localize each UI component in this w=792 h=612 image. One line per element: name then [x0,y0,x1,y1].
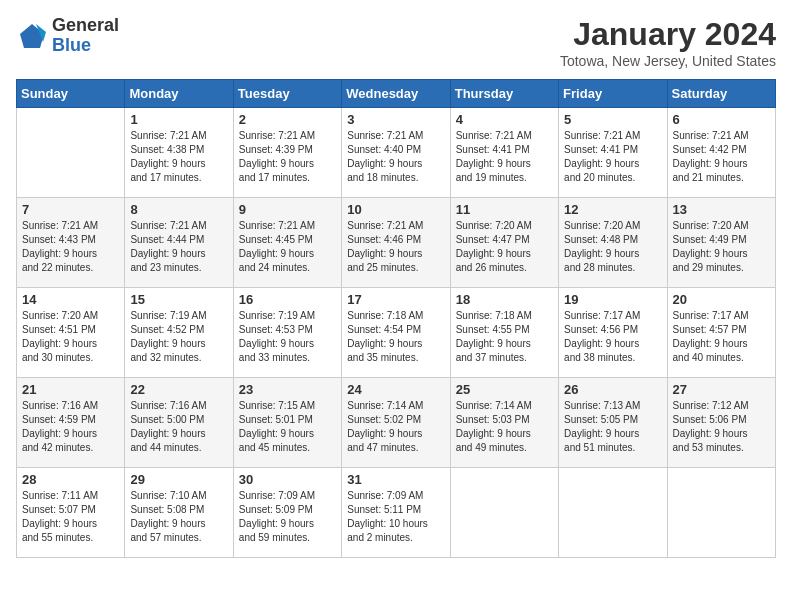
calendar-day-cell: 21Sunrise: 7:16 AM Sunset: 4:59 PM Dayli… [17,378,125,468]
calendar-day-cell: 5Sunrise: 7:21 AM Sunset: 4:41 PM Daylig… [559,108,667,198]
calendar-day-cell: 27Sunrise: 7:12 AM Sunset: 5:06 PM Dayli… [667,378,775,468]
day-number: 24 [347,382,444,397]
calendar-day-cell: 12Sunrise: 7:20 AM Sunset: 4:48 PM Dayli… [559,198,667,288]
calendar-day-cell: 31Sunrise: 7:09 AM Sunset: 5:11 PM Dayli… [342,468,450,558]
calendar-day-cell [667,468,775,558]
calendar-day-cell [450,468,558,558]
day-info: Sunrise: 7:20 AM Sunset: 4:51 PM Dayligh… [22,309,119,365]
day-of-week-header: Wednesday [342,80,450,108]
day-number: 28 [22,472,119,487]
day-info: Sunrise: 7:21 AM Sunset: 4:40 PM Dayligh… [347,129,444,185]
day-info: Sunrise: 7:20 AM Sunset: 4:48 PM Dayligh… [564,219,661,275]
day-of-week-header: Monday [125,80,233,108]
day-info: Sunrise: 7:21 AM Sunset: 4:42 PM Dayligh… [673,129,770,185]
day-info: Sunrise: 7:18 AM Sunset: 4:54 PM Dayligh… [347,309,444,365]
day-info: Sunrise: 7:18 AM Sunset: 4:55 PM Dayligh… [456,309,553,365]
day-number: 17 [347,292,444,307]
calendar-day-cell: 3Sunrise: 7:21 AM Sunset: 4:40 PM Daylig… [342,108,450,198]
calendar-day-cell: 20Sunrise: 7:17 AM Sunset: 4:57 PM Dayli… [667,288,775,378]
day-info: Sunrise: 7:17 AM Sunset: 4:56 PM Dayligh… [564,309,661,365]
calendar-week-row: 14Sunrise: 7:20 AM Sunset: 4:51 PM Dayli… [17,288,776,378]
logo-blue-text: Blue [52,36,119,56]
day-of-week-header: Friday [559,80,667,108]
calendar-subtitle: Totowa, New Jersey, United States [560,53,776,69]
logo: General Blue [16,16,119,56]
day-info: Sunrise: 7:15 AM Sunset: 5:01 PM Dayligh… [239,399,336,455]
day-info: Sunrise: 7:11 AM Sunset: 5:07 PM Dayligh… [22,489,119,545]
calendar-day-cell: 22Sunrise: 7:16 AM Sunset: 5:00 PM Dayli… [125,378,233,468]
calendar-day-cell: 11Sunrise: 7:20 AM Sunset: 4:47 PM Dayli… [450,198,558,288]
day-of-week-header: Saturday [667,80,775,108]
day-of-week-header: Sunday [17,80,125,108]
day-number: 19 [564,292,661,307]
day-number: 25 [456,382,553,397]
calendar-week-row: 28Sunrise: 7:11 AM Sunset: 5:07 PM Dayli… [17,468,776,558]
day-number: 20 [673,292,770,307]
calendar-day-cell: 24Sunrise: 7:14 AM Sunset: 5:02 PM Dayli… [342,378,450,468]
calendar-day-cell: 14Sunrise: 7:20 AM Sunset: 4:51 PM Dayli… [17,288,125,378]
day-info: Sunrise: 7:20 AM Sunset: 4:49 PM Dayligh… [673,219,770,275]
day-info: Sunrise: 7:10 AM Sunset: 5:08 PM Dayligh… [130,489,227,545]
calendar-day-cell: 29Sunrise: 7:10 AM Sunset: 5:08 PM Dayli… [125,468,233,558]
day-info: Sunrise: 7:21 AM Sunset: 4:46 PM Dayligh… [347,219,444,275]
calendar-day-cell [17,108,125,198]
day-info: Sunrise: 7:09 AM Sunset: 5:09 PM Dayligh… [239,489,336,545]
calendar-day-cell [559,468,667,558]
calendar-day-cell: 17Sunrise: 7:18 AM Sunset: 4:54 PM Dayli… [342,288,450,378]
calendar-day-cell: 9Sunrise: 7:21 AM Sunset: 4:45 PM Daylig… [233,198,341,288]
calendar-day-cell: 26Sunrise: 7:13 AM Sunset: 5:05 PM Dayli… [559,378,667,468]
calendar-week-row: 1Sunrise: 7:21 AM Sunset: 4:38 PM Daylig… [17,108,776,198]
calendar-day-cell: 18Sunrise: 7:18 AM Sunset: 4:55 PM Dayli… [450,288,558,378]
day-info: Sunrise: 7:21 AM Sunset: 4:44 PM Dayligh… [130,219,227,275]
day-info: Sunrise: 7:14 AM Sunset: 5:02 PM Dayligh… [347,399,444,455]
calendar-day-cell: 4Sunrise: 7:21 AM Sunset: 4:41 PM Daylig… [450,108,558,198]
calendar-day-cell: 8Sunrise: 7:21 AM Sunset: 4:44 PM Daylig… [125,198,233,288]
day-number: 23 [239,382,336,397]
day-number: 31 [347,472,444,487]
day-info: Sunrise: 7:17 AM Sunset: 4:57 PM Dayligh… [673,309,770,365]
calendar-week-row: 7Sunrise: 7:21 AM Sunset: 4:43 PM Daylig… [17,198,776,288]
day-number: 1 [130,112,227,127]
day-info: Sunrise: 7:19 AM Sunset: 4:53 PM Dayligh… [239,309,336,365]
calendar-day-cell: 7Sunrise: 7:21 AM Sunset: 4:43 PM Daylig… [17,198,125,288]
calendar-day-cell: 16Sunrise: 7:19 AM Sunset: 4:53 PM Dayli… [233,288,341,378]
day-of-week-header: Tuesday [233,80,341,108]
day-number: 15 [130,292,227,307]
calendar-day-cell: 6Sunrise: 7:21 AM Sunset: 4:42 PM Daylig… [667,108,775,198]
day-of-week-header: Thursday [450,80,558,108]
day-info: Sunrise: 7:13 AM Sunset: 5:05 PM Dayligh… [564,399,661,455]
day-number: 29 [130,472,227,487]
day-info: Sunrise: 7:09 AM Sunset: 5:11 PM Dayligh… [347,489,444,545]
calendar-title: January 2024 [560,16,776,53]
day-number: 22 [130,382,227,397]
day-number: 14 [22,292,119,307]
calendar-day-cell: 19Sunrise: 7:17 AM Sunset: 4:56 PM Dayli… [559,288,667,378]
logo-icon [16,20,48,52]
calendar-table: SundayMondayTuesdayWednesdayThursdayFrid… [16,79,776,558]
day-info: Sunrise: 7:21 AM Sunset: 4:38 PM Dayligh… [130,129,227,185]
day-info: Sunrise: 7:16 AM Sunset: 4:59 PM Dayligh… [22,399,119,455]
calendar-header-row: SundayMondayTuesdayWednesdayThursdayFrid… [17,80,776,108]
day-number: 18 [456,292,553,307]
day-info: Sunrise: 7:21 AM Sunset: 4:45 PM Dayligh… [239,219,336,275]
calendar-day-cell: 1Sunrise: 7:21 AM Sunset: 4:38 PM Daylig… [125,108,233,198]
day-number: 8 [130,202,227,217]
day-info: Sunrise: 7:21 AM Sunset: 4:43 PM Dayligh… [22,219,119,275]
day-number: 10 [347,202,444,217]
day-number: 30 [239,472,336,487]
calendar-day-cell: 13Sunrise: 7:20 AM Sunset: 4:49 PM Dayli… [667,198,775,288]
calendar-week-row: 21Sunrise: 7:16 AM Sunset: 4:59 PM Dayli… [17,378,776,468]
day-number: 3 [347,112,444,127]
day-number: 21 [22,382,119,397]
day-info: Sunrise: 7:21 AM Sunset: 4:39 PM Dayligh… [239,129,336,185]
day-number: 2 [239,112,336,127]
day-number: 11 [456,202,553,217]
calendar-day-cell: 28Sunrise: 7:11 AM Sunset: 5:07 PM Dayli… [17,468,125,558]
calendar-day-cell: 25Sunrise: 7:14 AM Sunset: 5:03 PM Dayli… [450,378,558,468]
day-info: Sunrise: 7:12 AM Sunset: 5:06 PM Dayligh… [673,399,770,455]
day-number: 7 [22,202,119,217]
header: General Blue January 2024 Totowa, New Je… [16,16,776,69]
day-number: 4 [456,112,553,127]
day-info: Sunrise: 7:21 AM Sunset: 4:41 PM Dayligh… [456,129,553,185]
calendar-day-cell: 15Sunrise: 7:19 AM Sunset: 4:52 PM Dayli… [125,288,233,378]
